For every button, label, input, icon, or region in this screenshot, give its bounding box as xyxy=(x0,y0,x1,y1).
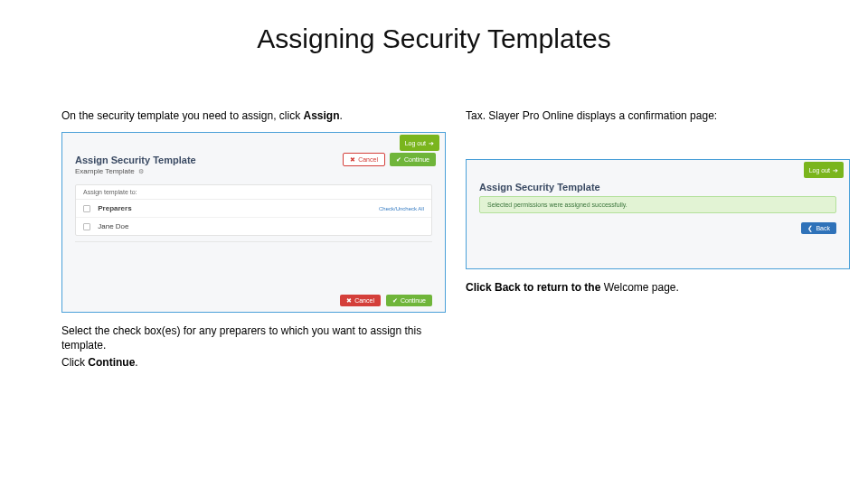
preparers-label: Preparers xyxy=(98,204,131,212)
check-icon: ✔ xyxy=(392,297,398,304)
left-instr-suffix: . xyxy=(339,109,342,122)
bottom-cancel-button[interactable]: ✖ Cancel xyxy=(340,295,381,306)
card-header: Assign template to: xyxy=(76,185,431,200)
left-note2-suffix: . xyxy=(135,356,137,369)
top-continue-button[interactable]: ✔ Continue xyxy=(390,153,436,166)
bottom-continue-button[interactable]: ✔ Continue xyxy=(386,295,432,306)
cancel-icon: ✖ xyxy=(350,156,355,163)
top-continue-label: Continue xyxy=(404,156,429,163)
back-label: Back xyxy=(816,225,830,231)
left-instr-prefix: On the security template you need to ass… xyxy=(61,109,303,122)
left-note-1: Select the check box(es) for any prepare… xyxy=(61,324,446,352)
left-column: On the security template you need to ass… xyxy=(61,108,446,379)
right-note: Click Back to return to the Welcome page… xyxy=(466,280,850,295)
left-instr-bold: Assign xyxy=(303,109,339,122)
top-cancel-label: Cancel xyxy=(358,156,378,163)
logout-label: Log out xyxy=(405,140,426,146)
success-message: Selected permissions were assigned succe… xyxy=(479,196,836,213)
user-label: Jane Doe xyxy=(98,222,128,230)
cancel-icon: ✖ xyxy=(346,297,352,304)
logout-button-right[interactable]: Log out ➔ xyxy=(804,162,844,178)
check-icon: ✔ xyxy=(396,156,401,163)
gear-icon: ⚙ xyxy=(138,168,144,175)
left-screenshot-panel: Log out ➔ ✖ Cancel ✔ Continue Assign Sec… xyxy=(61,132,446,313)
chevron-left-icon: ❮ xyxy=(807,225,813,231)
right-instruction: Tax. Slayer Pro Online displays a confir… xyxy=(466,108,850,123)
slide-title: Assigning Security Templates xyxy=(0,23,868,54)
card-row-preparers: Preparers Check/Uncheck All xyxy=(76,200,431,217)
assign-card: Assign template to: Preparers Check/Unch… xyxy=(75,184,432,236)
left-note2-prefix: Click xyxy=(61,356,88,369)
right-panel-heading: Assign Security Template xyxy=(467,178,849,194)
top-cancel-button[interactable]: ✖ Cancel xyxy=(343,153,385,166)
check-all-link[interactable]: Check/Uncheck All xyxy=(379,206,424,211)
right-note-plain: Welcome page. xyxy=(604,281,679,294)
logout-button[interactable]: Log out ➔ xyxy=(400,135,439,151)
right-note-bold: Click Back to return to the xyxy=(466,281,604,294)
left-instruction: On the security template you need to ass… xyxy=(61,108,446,123)
left-note-2: Click Continue. xyxy=(61,355,446,370)
bottom-continue-label: Continue xyxy=(401,297,426,304)
user-checkbox[interactable] xyxy=(83,223,90,230)
logout-icon: ➔ xyxy=(429,140,434,146)
divider xyxy=(75,241,432,242)
left-panel-subheading: Example Template xyxy=(75,167,135,175)
logout-icon: ➔ xyxy=(833,167,838,174)
left-note2-bold: Continue xyxy=(88,356,135,369)
back-button[interactable]: ❮ Back xyxy=(801,222,836,234)
preparers-checkbox[interactable] xyxy=(83,205,90,212)
right-screenshot-panel: Log out ➔ Assign Security Template Selec… xyxy=(466,159,850,269)
card-row-user: Jane Doe xyxy=(76,217,431,235)
logout-label-right: Log out xyxy=(809,167,830,174)
bottom-cancel-label: Cancel xyxy=(354,297,374,304)
right-column: Tax. Slayer Pro Online displays a confir… xyxy=(466,108,850,379)
